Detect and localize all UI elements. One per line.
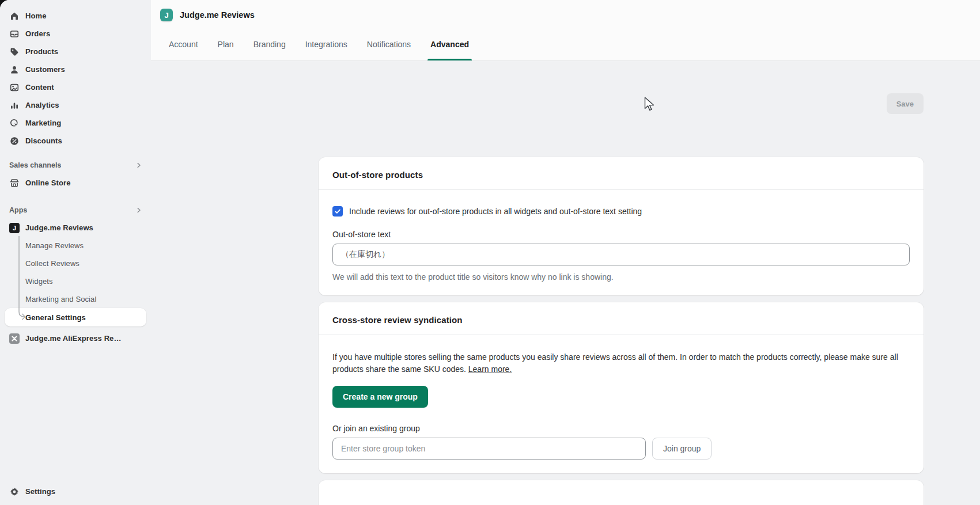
sidebar-item-label: Analytics — [25, 101, 59, 109]
tab-notifications[interactable]: Notifications — [357, 28, 421, 60]
sidebar-item-online-store[interactable]: Online Store — [5, 174, 146, 192]
sidebar-item-customers[interactable]: Customers — [5, 60, 146, 78]
tab-advanced[interactable]: Advanced — [421, 28, 479, 60]
app-title-row: J Judge.me Reviews — [151, 0, 980, 28]
card-body: Include reviews for out-of-store product… — [319, 190, 924, 295]
sidebar-item-label: Customers — [25, 65, 65, 74]
sidebar-item-home[interactable]: Home — [5, 7, 146, 25]
card-title: Out-of-store products — [332, 170, 910, 180]
sales-channels-header[interactable]: Sales channels — [0, 157, 151, 174]
sidebar: Home Orders Products Customers — [0, 0, 151, 505]
active-tab-underline — [427, 59, 472, 60]
card-body: If you have multiple stores selling the … — [319, 335, 924, 473]
content-area: Save Out-of-store products Include revie… — [151, 61, 980, 505]
judgeme-app-icon: J — [9, 223, 20, 233]
store-icon — [9, 178, 20, 188]
sidebar-item-content[interactable]: Content — [5, 78, 146, 96]
card-header: Cross-store review syndication — [319, 302, 924, 335]
include-reviews-checkbox-row[interactable]: Include reviews for out-of-store product… — [332, 206, 910, 217]
discounts-icon — [9, 136, 20, 146]
sidebar-item-label: Settings — [25, 487, 55, 496]
join-group-row: Join group — [332, 438, 910, 460]
sidebar-item-analytics[interactable]: Analytics — [5, 96, 146, 114]
chevron-right-icon — [135, 161, 143, 169]
out-of-store-help-text: We will add this text to the product tit… — [332, 272, 910, 282]
aliexpress-app-icon — [9, 333, 20, 344]
sidebar-item-collect-reviews[interactable]: Collect Reviews — [5, 255, 146, 272]
out-of-store-text-label: Out-of-store text — [332, 230, 910, 239]
include-reviews-checkbox[interactable] — [332, 206, 343, 217]
sidebar-item-judgeme-app[interactable]: J Judge.me Reviews — [5, 219, 146, 237]
sidebar-item-label: Orders — [25, 29, 50, 38]
sidebar-item-label: Content — [25, 83, 54, 92]
chevron-right-icon — [135, 206, 143, 214]
join-group-label: Or join an existing group — [332, 424, 910, 433]
tab-integrations[interactable]: Integrations — [296, 28, 357, 60]
sidebar-item-settings[interactable]: Settings — [5, 483, 146, 500]
card-title: Cross-store review syndication — [332, 315, 910, 325]
customers-icon — [9, 64, 20, 75]
sidebar-item-manage-reviews[interactable]: Manage Reviews — [5, 237, 146, 255]
sidebar-item-label: Judge.me AliExpress Revi... — [25, 334, 123, 343]
sidebar-item-label: Online Store — [25, 179, 71, 187]
sidebar-item-marketing[interactable]: Marketing — [5, 114, 146, 132]
home-icon — [9, 11, 20, 21]
sidebar-item-label: Discounts — [25, 136, 62, 145]
checkbox-label: Include reviews for out-of-store product… — [349, 207, 642, 216]
main-nav: Home Orders Products Customers — [0, 7, 151, 150]
store-group-token-input[interactable] — [332, 438, 646, 460]
sidebar-item-label: Products — [25, 47, 58, 56]
sidebar-item-general-settings[interactable]: General Settings — [5, 308, 146, 326]
sidebar-item-label: Judge.me Reviews — [25, 223, 93, 232]
create-new-group-button[interactable]: Create a new group — [332, 386, 428, 408]
marketing-icon — [9, 118, 20, 128]
next-card-partial — [319, 480, 924, 505]
sales-channels-label: Sales channels — [9, 161, 61, 169]
save-button[interactable]: Save — [887, 93, 924, 114]
analytics-icon — [9, 100, 20, 111]
out-of-store-products-card: Out-of-store products Include reviews fo… — [319, 157, 924, 295]
apps-label: Apps — [9, 206, 27, 214]
out-of-store-text-input[interactable] — [332, 244, 910, 265]
sidebar-item-label: Home — [25, 12, 47, 20]
page-header: J Judge.me Reviews Account Plan Branding… — [151, 0, 980, 61]
main-area: J Judge.me Reviews Account Plan Branding… — [151, 0, 980, 505]
sidebar-item-discounts[interactable]: Discounts — [5, 132, 146, 150]
sidebar-item-products[interactable]: Products — [5, 43, 146, 60]
judgeme-subnav: Manage Reviews Collect Reviews Widgets M… — [0, 237, 151, 326]
sidebar-item-label: Marketing — [25, 119, 61, 127]
learn-more-link[interactable]: Learn more. — [468, 364, 512, 374]
content-icon — [9, 82, 20, 93]
join-group-button[interactable]: Join group — [652, 438, 712, 460]
tab-account[interactable]: Account — [159, 28, 208, 60]
sidebar-item-marketing-and-social[interactable]: Marketing and Social — [5, 290, 146, 308]
tab-branding[interactable]: Branding — [244, 28, 296, 60]
products-icon — [9, 47, 20, 57]
sidebar-bottom: Settings — [0, 483, 151, 500]
orders-icon — [9, 29, 20, 39]
gear-icon — [9, 487, 20, 497]
apps-header[interactable]: Apps — [0, 202, 151, 219]
sidebar-item-widgets[interactable]: Widgets — [5, 272, 146, 290]
checkmark-icon — [334, 208, 341, 215]
judgeme-header-icon: J — [160, 9, 173, 21]
settings-tabs: Account Plan Branding Integrations Notif… — [151, 28, 980, 60]
cross-store-syndication-card: Cross-store review syndication If you ha… — [319, 302, 924, 473]
card-header: Out-of-store products — [319, 157, 924, 190]
page-title: Judge.me Reviews — [180, 10, 255, 20]
app-frame: Home Orders Products Customers — [0, 0, 980, 505]
sidebar-item-aliexpress-app[interactable]: Judge.me AliExpress Revi... — [5, 329, 146, 347]
sidebar-item-orders[interactable]: Orders — [5, 25, 146, 43]
syndication-description: If you have multiple stores selling the … — [332, 351, 910, 375]
save-row: Save — [319, 93, 924, 114]
tab-plan[interactable]: Plan — [208, 28, 244, 60]
